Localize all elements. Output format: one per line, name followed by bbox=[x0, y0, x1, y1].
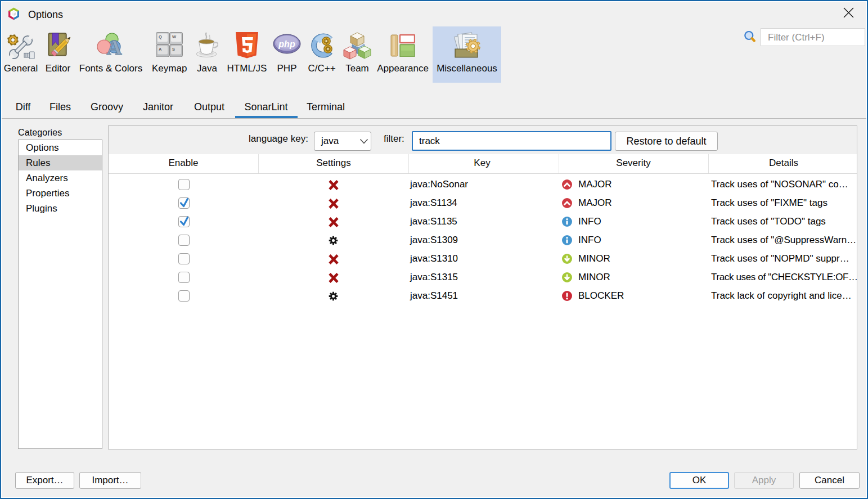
svg-text:W: W bbox=[172, 34, 177, 39]
svg-text:A: A bbox=[159, 47, 162, 52]
svg-text:A: A bbox=[106, 35, 122, 59]
svg-text:Q: Q bbox=[159, 34, 162, 39]
svg-text:S: S bbox=[172, 47, 175, 52]
svg-text:php: php bbox=[278, 39, 295, 49]
